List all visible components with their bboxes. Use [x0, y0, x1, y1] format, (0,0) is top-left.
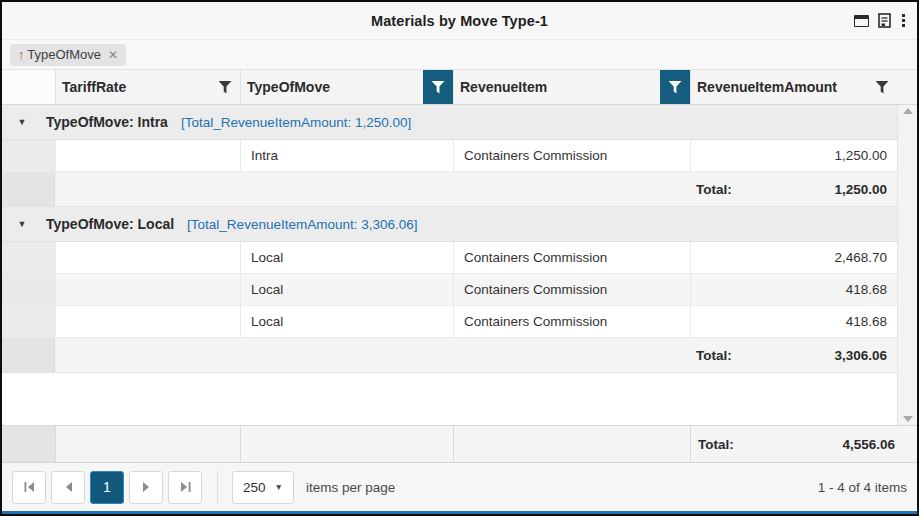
bottom-accent-bar [2, 511, 917, 514]
filter-active-icon[interactable] [423, 70, 453, 104]
cell-amount: 2,468.70 [690, 242, 897, 273]
previous-page-button[interactable] [51, 471, 85, 504]
cell-revenueitem: Containers Commission [453, 140, 690, 171]
group-aggregate: [Total_RevenueItemAmount: 1,250.00] [181, 115, 411, 130]
cell-tariffrate [55, 306, 240, 337]
pager: 1 250 ▼ items per page 1 - 4 of 4 items [2, 462, 917, 511]
column-header-revenueitemamount[interactable]: RevenueItemAmount [690, 70, 897, 104]
first-page-button[interactable] [12, 471, 46, 504]
kebab-menu-icon[interactable] [900, 13, 907, 29]
cell-amount: 418.68 [690, 306, 897, 337]
group-total-label: Total: [696, 348, 732, 363]
export-document-icon[interactable] [878, 13, 891, 28]
group-total-amount: 3,306.06 [834, 348, 887, 363]
table-row[interactable]: Intra Containers Commission 1,250.00 [2, 140, 897, 172]
cell-tariffrate [55, 242, 240, 273]
filter-icon[interactable] [210, 70, 240, 104]
grand-total-row: Total: 4,556.06 [2, 425, 917, 462]
filter-active-icon[interactable] [660, 70, 690, 104]
cell-typeofmove: Local [240, 274, 453, 305]
filter-icon[interactable] [867, 70, 897, 104]
group-header-local: ▼ TypeOfMove: Local [Total_RevenueItemAm… [2, 207, 897, 242]
remove-group-icon[interactable]: ✕ [107, 48, 119, 62]
report-window: Materials by Move Type-1 ↑ TypeOfMove ✕ [0, 0, 919, 516]
page-1-button[interactable]: 1 [90, 471, 124, 504]
vertical-scrollbar[interactable] [897, 105, 917, 425]
cell-amount: 418.68 [690, 274, 897, 305]
grid-body: ▼ TypeOfMove: Intra [Total_RevenueItemAm… [2, 105, 917, 425]
page-size-value: 250 [243, 480, 266, 495]
group-header-intra: ▼ TypeOfMove: Intra [Total_RevenueItemAm… [2, 105, 897, 140]
grand-total-amount: 4,556.06 [842, 437, 895, 452]
collapse-group-icon[interactable]: ▼ [15, 117, 29, 127]
table-row[interactable]: Local Containers Commission 418.68 [2, 274, 897, 306]
cell-typeofmove: Local [240, 306, 453, 337]
column-header-revenueitem[interactable]: RevenueItem [453, 70, 690, 104]
footer-cell [453, 426, 690, 462]
scroll-down-icon[interactable] [903, 416, 913, 422]
cell-typeofmove: Intra [240, 140, 453, 171]
empty-area [2, 373, 897, 425]
table-row[interactable]: Local Containers Commission 418.68 [2, 306, 897, 338]
cell-revenueitem: Containers Commission [453, 306, 690, 337]
next-page-button[interactable] [129, 471, 163, 504]
cell-tariffrate [55, 274, 240, 305]
page-title: Materials by Move Type-1 [371, 13, 548, 29]
collapse-group-icon[interactable]: ▼ [15, 219, 29, 229]
cell-amount: 1,250.00 [690, 140, 897, 171]
table-row[interactable]: Local Containers Commission 2,468.70 [2, 242, 897, 274]
grid-header: TariffRate TypeOfMove RevenueItem Revenu… [2, 70, 917, 105]
column-header-typeofmove[interactable]: TypeOfMove [240, 70, 453, 104]
title-actions [854, 2, 907, 39]
window-icon[interactable] [854, 15, 869, 27]
cell-tariffrate [55, 140, 240, 171]
group-label: TypeOfMove: Local [46, 216, 174, 232]
group-spacer-header [2, 70, 55, 104]
group-spacer-cell [2, 306, 55, 337]
group-spacer-cell [2, 242, 55, 273]
group-footer-intra: Total: 1,250.00 [2, 172, 897, 207]
last-page-button[interactable] [168, 471, 202, 504]
title-bar: Materials by Move Type-1 [2, 2, 917, 40]
pager-range-label: 1 - 4 of 4 items [818, 480, 907, 495]
chevron-down-icon: ▼ [275, 482, 283, 492]
footer-cell [240, 426, 453, 462]
group-spacer-cell [2, 274, 55, 305]
page-size-dropdown[interactable]: 250 ▼ [232, 471, 294, 504]
group-spacer-cell [2, 426, 55, 462]
group-total-label: Total: [696, 182, 732, 197]
group-spacer-cell [2, 140, 55, 171]
sort-ascending-icon: ↑ [18, 48, 24, 62]
column-header-tariffrate[interactable]: TariffRate [55, 70, 240, 104]
cell-revenueitem: Containers Commission [453, 274, 690, 305]
group-total-amount: 1,250.00 [834, 182, 887, 197]
group-toolbar: ↑ TypeOfMove ✕ [2, 40, 917, 70]
page-size-section: 250 ▼ items per page [217, 471, 395, 504]
cell-revenueitem: Containers Commission [453, 242, 690, 273]
group-chip-label: TypeOfMove [27, 47, 101, 62]
footer-cell [55, 426, 240, 462]
grand-total-label: Total: [698, 437, 734, 452]
cell-typeofmove: Local [240, 242, 453, 273]
items-per-page-label: items per page [306, 480, 395, 495]
group-aggregate: [Total_RevenueItemAmount: 3,306.06] [187, 217, 417, 232]
group-chip-typeofmove[interactable]: ↑ TypeOfMove ✕ [10, 44, 126, 66]
scroll-up-icon[interactable] [903, 108, 913, 114]
group-footer-local: Total: 3,306.06 [2, 338, 897, 373]
group-label: TypeOfMove: Intra [46, 114, 168, 130]
